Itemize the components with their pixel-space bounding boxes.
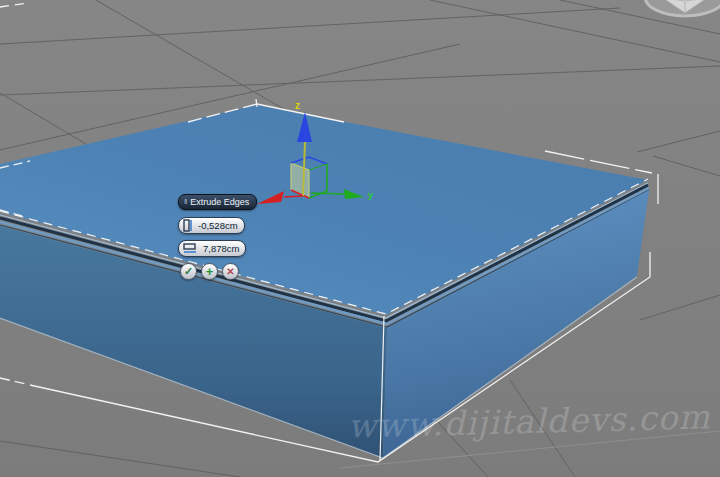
ok-button[interactable]: ✓ (180, 263, 197, 280)
caddy-drag-handle-icon[interactable]: ‖ (184, 197, 186, 206)
caddy-title-pill[interactable]: ‖ Extrude Edges (178, 194, 257, 210)
apply-and-continue-button[interactable]: + (201, 263, 218, 280)
scene-canvas[interactable]: z x y (0, 0, 720, 477)
extrude-edges-caddy: ‖ Extrude Edges -0,528cm 7,878cm ✓ + ✕ (178, 190, 257, 280)
extrude-base-width-icon (183, 243, 197, 254)
extrude-base-width-field[interactable]: 7,878cm (178, 240, 246, 257)
extrude-height-field[interactable]: -0,528cm (178, 217, 245, 234)
caddy-title-label: Extrude Edges (190, 197, 249, 207)
extrude-height-icon (183, 219, 192, 232)
caddy-buttons-row: ✓ + ✕ (180, 263, 257, 280)
extrude-height-value[interactable]: -0,528cm (196, 220, 238, 231)
extrude-base-width-value[interactable]: 7,878cm (201, 243, 239, 254)
axis-z-label: z (295, 100, 300, 111)
cancel-button[interactable]: ✕ (222, 263, 239, 280)
axis-y-label: y (368, 190, 373, 200)
viewport-3d[interactable]: z x y ‖ Extrude Edges (0, 0, 720, 477)
